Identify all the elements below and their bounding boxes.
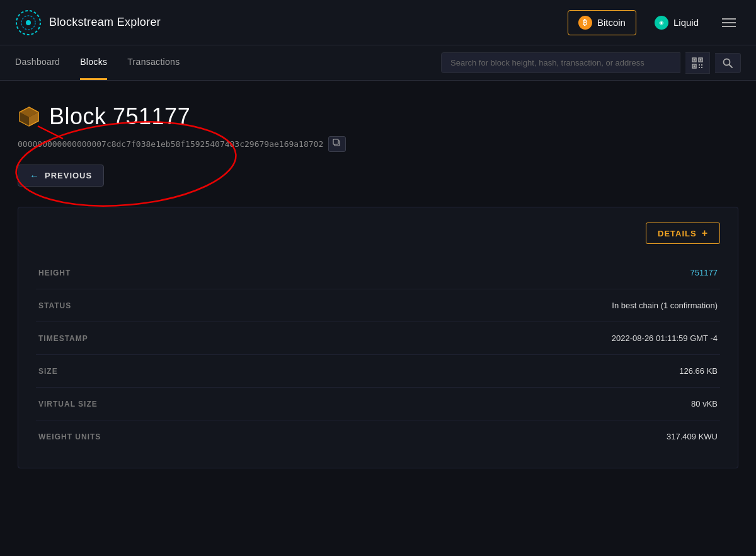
detail-label: SIZE bbox=[36, 355, 162, 388]
hamburger-line-3 bbox=[722, 26, 736, 27]
detail-label: HEIGHT bbox=[36, 257, 162, 289]
detail-value: 2022-08-26 01:11:59 GMT -4 bbox=[162, 322, 720, 355]
table-row: HEIGHT751177 bbox=[36, 257, 720, 289]
logo-text: Blockstream Explorer bbox=[49, 16, 161, 29]
nav-blocks[interactable]: Blocks bbox=[80, 45, 107, 80]
search-button[interactable] bbox=[715, 53, 741, 73]
nav-links: Dashboard Blocks Transactions bbox=[15, 45, 180, 80]
details-header: DETAILS + bbox=[36, 223, 720, 244]
detail-value[interactable]: 751177 bbox=[162, 257, 720, 289]
detail-label: VIRTUAL SIZE bbox=[36, 388, 162, 420]
table-row: STATUSIn best chain (1 confirmation) bbox=[36, 289, 720, 322]
liquid-network-button[interactable]: ◈ Liquid bbox=[644, 10, 709, 35]
bitcoin-label: Bitcoin bbox=[597, 17, 626, 28]
details-plus-icon: + bbox=[702, 228, 708, 239]
detail-label: TIMESTAMP bbox=[36, 322, 162, 355]
header: Blockstream Explorer ₿ Bitcoin ◈ Liquid bbox=[0, 0, 756, 45]
search-icon bbox=[723, 58, 733, 68]
nav-transactions[interactable]: Transactions bbox=[127, 45, 180, 80]
prev-arrow-icon: ← bbox=[30, 170, 40, 181]
details-button-label: DETAILS bbox=[658, 229, 697, 238]
table-row: SIZE126.66 KB bbox=[36, 355, 720, 388]
qr-scan-button[interactable] bbox=[685, 52, 710, 74]
table-row: WEIGHT UNITS317.409 KWU bbox=[36, 420, 720, 453]
block-hash-value: 000000000000000007c8dc7f038e1eb58f159254… bbox=[18, 139, 323, 149]
svg-rect-20 bbox=[333, 139, 338, 144]
bitcoin-network-button[interactable]: ₿ Bitcoin bbox=[568, 10, 636, 35]
detail-value: In best chain (1 confirmation) bbox=[162, 289, 720, 322]
qr-icon bbox=[692, 57, 703, 69]
svg-point-2 bbox=[26, 20, 31, 25]
header-right: ₿ Bitcoin ◈ Liquid bbox=[568, 10, 741, 35]
hamburger-line-2 bbox=[722, 22, 736, 23]
liquid-icon: ◈ bbox=[655, 16, 668, 30]
copy-icon bbox=[333, 139, 341, 148]
block-title: Block 751177 bbox=[49, 103, 190, 130]
details-button[interactable]: DETAILS + bbox=[646, 223, 720, 244]
navbar: Dashboard Blocks Transactions bbox=[0, 45, 756, 81]
logo-area: Blockstream Explorer bbox=[15, 9, 161, 36]
block-hash-row: 000000000000000007c8dc7f038e1eb58f159254… bbox=[18, 136, 738, 152]
block-title-row: Block 751177 bbox=[18, 103, 738, 130]
detail-label: STATUS bbox=[36, 289, 162, 322]
copy-hash-button[interactable] bbox=[328, 136, 346, 152]
svg-line-14 bbox=[730, 64, 733, 67]
detail-value: 80 vKB bbox=[162, 388, 720, 420]
search-area bbox=[441, 52, 741, 74]
table-row: TIMESTAMP2022-08-26 01:11:59 GMT -4 bbox=[36, 322, 720, 355]
svg-rect-9 bbox=[699, 64, 700, 66]
detail-label: WEIGHT UNITS bbox=[36, 420, 162, 453]
hamburger-menu-button[interactable] bbox=[717, 13, 741, 32]
details-table: HEIGHT751177STATUSIn best chain (1 confi… bbox=[36, 257, 720, 453]
nav-dashboard[interactable]: Dashboard bbox=[15, 45, 60, 80]
bitcoin-icon: ₿ bbox=[578, 16, 592, 30]
svg-rect-4 bbox=[694, 59, 696, 61]
svg-rect-10 bbox=[701, 64, 702, 66]
detail-value: 317.409 KWU bbox=[162, 420, 720, 453]
svg-rect-6 bbox=[700, 59, 702, 61]
blockstream-logo-icon bbox=[15, 9, 42, 36]
block-cube-icon bbox=[18, 105, 40, 128]
svg-rect-11 bbox=[699, 67, 700, 68]
svg-rect-12 bbox=[701, 67, 702, 68]
previous-block-button[interactable]: ← PREVIOUS bbox=[18, 165, 104, 187]
main-content: Block 751177 000000000000000007c8dc7f038… bbox=[0, 81, 756, 486]
liquid-label: Liquid bbox=[673, 17, 699, 28]
hamburger-line-1 bbox=[722, 18, 736, 20]
table-row: VIRTUAL SIZE80 vKB bbox=[36, 388, 720, 420]
prev-button-label: PREVIOUS bbox=[45, 171, 92, 180]
svg-rect-8 bbox=[694, 65, 696, 67]
details-card: DETAILS + HEIGHT751177STATUSIn best chai… bbox=[18, 207, 738, 468]
detail-value: 126.66 KB bbox=[162, 355, 720, 388]
search-input[interactable] bbox=[441, 52, 680, 73]
